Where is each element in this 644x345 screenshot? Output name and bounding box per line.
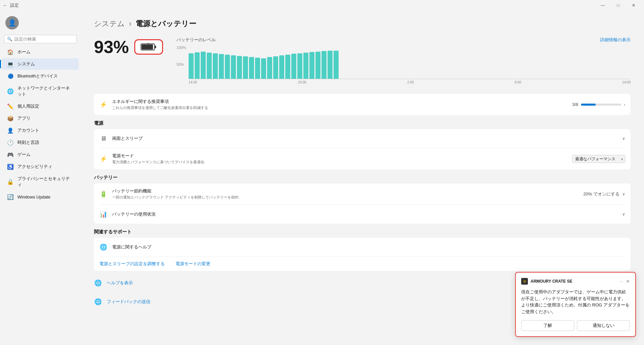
accessibility-icon: ♿ [7, 164, 13, 170]
network-icon: 🌐 [7, 88, 13, 94]
battery-card: 🔋 バッテリー節約機能 一部の通知とバックグラウンド アクティビティを制限してバ… [94, 183, 631, 224]
power-mode-select-wrapper[interactable]: 最適なパフォーマンス [572, 155, 625, 163]
chart-bar [321, 51, 327, 79]
accounts-icon: 👤 [7, 127, 13, 133]
svg-rect-2 [142, 45, 153, 50]
energy-icon: ⚡ [99, 101, 107, 109]
energy-progress-text: 3/8 [572, 102, 578, 107]
chart-bar [273, 56, 278, 79]
chart-bar [328, 51, 333, 79]
support-link-2[interactable]: 電源モードの変更 [176, 261, 210, 267]
chart-detail-link[interactable]: 詳細情報の表示 [600, 37, 631, 43]
support-section-title: 関連するサポート [94, 229, 631, 235]
notification-body: 現在ご使用中のアダプターでは、ゲーム中に電力供給が不足し、バッテリーが消耗する可… [521, 289, 630, 315]
chart-y-100: 100% [177, 46, 186, 50]
sidebar-item-gaming[interactable]: 🎮 ゲーム [2, 149, 79, 160]
support-help-content: 電源に関するヘルプ [112, 244, 625, 250]
sidebar-item-accessibility[interactable]: ♿ アクセシビリティ [2, 161, 79, 172]
chart-container: 100% 50% 14:00 20:00 2:00 8:00 14:00 [177, 46, 631, 86]
help-link[interactable]: ヘルプを表示 [107, 280, 133, 286]
chart-bar [291, 54, 296, 79]
energy-row[interactable]: ⚡ エネルギーに関する推奨事項 これらの推奨事項を適用して二酸化炭素排出量を削減… [94, 94, 631, 115]
power-mode-select[interactable]: 最適なパフォーマンス [572, 155, 625, 163]
titlebar-left: ← 設定 [3, 2, 19, 8]
sidebar-item-label: 個人用設定 [17, 103, 39, 109]
feedback-link[interactable]: フィードバックの送信 [107, 299, 150, 305]
sidebar-item-label: アプリ [17, 115, 31, 121]
battery-saver-right: 20% でオンにする ∨ [583, 191, 625, 197]
chart-bar [243, 56, 248, 79]
energy-subtitle: これらの推奨事項を適用して二酸化炭素排出量を削減する [112, 105, 567, 110]
chart-bar [237, 56, 242, 79]
chart-header: バッテリーのレベル 詳細情報の表示 [177, 37, 631, 43]
notif-dismiss-button[interactable]: 通知しない [577, 320, 630, 331]
battery-usage-icon: 📊 [99, 210, 107, 218]
battery-usage-row[interactable]: 📊 バッテリーの使用状況 ∨ [94, 205, 631, 224]
notif-header-right: ··· ✕ [619, 279, 630, 284]
apps-icon: 📦 [7, 115, 13, 121]
sidebar-item-apps[interactable]: 📦 アプリ [2, 113, 79, 124]
back-arrow[interactable]: ← [3, 3, 7, 8]
battery-section-title: バッテリー [94, 175, 631, 181]
notif-menu-dots[interactable]: ··· [619, 279, 623, 284]
battery-header: 93% バッテリーのレベル 詳細情報の表示 [94, 37, 631, 86]
chart-bar [285, 55, 290, 79]
titlebar-title: 設定 [10, 2, 19, 8]
notif-close-button[interactable]: ✕ [626, 279, 630, 284]
sidebar-item-home[interactable]: 🏠 ホーム [2, 46, 79, 58]
search-box[interactable]: 🔍 [4, 35, 77, 43]
close-button[interactable]: ✕ [626, 0, 641, 11]
battery-saver-row[interactable]: 🔋 バッテリー節約機能 一部の通知とバックグラウンド アクティビティを制限してバ… [94, 183, 631, 205]
sidebar-item-time[interactable]: 🕐 時刻と言語 [2, 137, 79, 148]
battery-usage-title: バッテリーの使用状況 [112, 211, 617, 217]
sidebar-item-label: ゲーム [17, 152, 31, 158]
help-icon: 🌐 [94, 279, 102, 287]
sidebar-item-system[interactable]: 💻 システム [2, 58, 79, 70]
chart-bar [249, 57, 254, 79]
notification-header: ⚙ ARMOURY CRATE SE ··· ✕ [521, 278, 630, 285]
chart-bar [334, 51, 339, 79]
chart-bar [297, 53, 302, 79]
privacy-icon: 🔒 [7, 179, 13, 185]
notification-title-area: ⚙ ARMOURY CRATE SE [521, 278, 572, 285]
notif-app-icon: ⚙ [521, 278, 528, 285]
energy-card: ⚡ エネルギーに関する推奨事項 これらの推奨事項を適用して二酸化炭素排出量を削減… [94, 94, 631, 115]
sidebar-item-bluetooth[interactable]: 🔵 Bluetoothとデバイス [2, 70, 79, 82]
chart-x-0800: 8:00 [515, 80, 521, 84]
battery-icon [141, 43, 157, 51]
power-mode-title: 電源モード [112, 153, 567, 159]
notification-popup: ⚙ ARMOURY CRATE SE ··· ✕ 現在ご使用中のアダプターでは、… [515, 272, 636, 337]
sidebar-item-label: プライバシーとセキュリティ [17, 176, 73, 188]
screen-sleep-title: 画面とスリープ [112, 135, 617, 141]
search-input[interactable] [14, 37, 73, 42]
support-link-1[interactable]: 電源とスリープの設定を調整する [99, 261, 165, 267]
energy-progress-fill [581, 104, 596, 106]
power-mode-right[interactable]: 最適なパフォーマンス [572, 155, 625, 163]
sidebar-item-windows-update[interactable]: 🔄 Windows Update [2, 191, 79, 203]
breadcrumb-separator: › [129, 19, 131, 28]
sidebar-item-privacy[interactable]: 🔒 プライバシーとセキュリティ [2, 173, 79, 190]
battery-usage-right: ∨ [622, 212, 625, 217]
sidebar-item-personalization[interactable]: ✏️ 個人用設定 [2, 101, 79, 112]
support-card: 🌐 電源に関するヘルプ 電源とスリープの設定を調整する 電源モードの変更 [94, 238, 631, 271]
battery-percentage-value: 93% [94, 37, 129, 57]
battery-saver-subtitle: 一部の通知とバックグラウンド アクティビティを制限してバッテリーを節約 [112, 195, 579, 200]
minimize-button[interactable]: — [595, 0, 610, 11]
power-mode-row: ⚡ 電源モード 電力消費とパフォーマンスに基づいてデバイスを最適化 最適なパフォ… [94, 148, 631, 169]
battery-saver-chevron: ∨ [622, 192, 625, 196]
chart-bar [309, 52, 314, 79]
battery-saver-title: バッテリー節約機能 [112, 188, 579, 194]
search-icon: 🔍 [7, 37, 12, 42]
screen-sleep-row[interactable]: 🖥 画面とスリープ ∨ [94, 129, 631, 148]
chart-bar [279, 55, 284, 79]
battery-saver-content: バッテリー節約機能 一部の通知とバックグラウンド アクティビティを制限してバッテ… [112, 188, 579, 200]
restore-button[interactable]: □ [610, 0, 626, 11]
personalization-icon: ✏️ [7, 103, 13, 109]
notif-ok-button[interactable]: 了解 [521, 320, 574, 331]
support-help-icon: 🌐 [99, 243, 107, 251]
sidebar: 👤 🔍 🏠 ホーム 💻 システム 🔵 Bluetoothとデバイス 🌐 ネットワ… [0, 11, 81, 345]
power-mode-icon: ⚡ [99, 155, 107, 163]
sidebar-item-network[interactable]: 🌐 ネットワークとインターネット [2, 82, 79, 100]
sidebar-item-accounts[interactable]: 👤 アカウント [2, 125, 79, 136]
power-section-title: 電源 [94, 120, 631, 126]
